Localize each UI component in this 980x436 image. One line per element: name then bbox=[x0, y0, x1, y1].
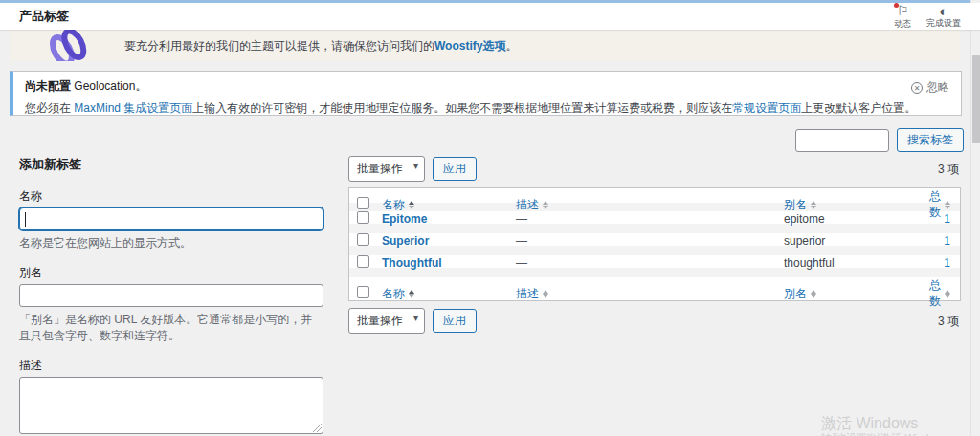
tag-count-link[interactable]: 1 bbox=[929, 212, 960, 226]
activity-button[interactable]: ⚐ 动态 bbox=[894, 4, 911, 29]
table-row: Thoughtful — thoughtful 1 bbox=[349, 255, 960, 277]
chevron-down-icon: ▾ bbox=[413, 161, 418, 171]
sort-icon bbox=[409, 290, 414, 298]
theme-notice: 要充分利用最好的我们的主题可以提供，请确保您访问我们的Woostify选项。 bbox=[10, 30, 960, 61]
row-checkbox[interactable] bbox=[357, 255, 369, 268]
woostify-options-link[interactable]: Woostify选项 bbox=[434, 39, 505, 53]
sort-icon bbox=[945, 201, 950, 209]
item-count: 3 项 bbox=[938, 314, 959, 330]
windows-activation-watermark: 激活 Windows 转到“设置”以激活 Windows。 bbox=[821, 415, 958, 436]
sort-icon bbox=[945, 290, 950, 298]
column-footer-description[interactable]: 描述 bbox=[516, 286, 784, 302]
search-tags-button[interactable]: 搜索标签 bbox=[897, 128, 964, 152]
theme-notice-text: 要充分利用最好的我们的主题可以提供，请确保您访问我们的Woostify选项。 bbox=[124, 38, 517, 54]
resize-handle-icon[interactable] bbox=[313, 424, 322, 432]
tag-description: — bbox=[516, 234, 784, 248]
page-title: 产品标签 bbox=[19, 8, 69, 25]
bulk-actions-bottom: 批量操作▾ 应用 3 项 bbox=[348, 308, 961, 333]
tag-name-link[interactable]: Thoughtful bbox=[382, 256, 516, 270]
geolocation-notice: 尚未配置 Geolocation。 您必须在 MaxMind 集成设置页面上输入… bbox=[10, 71, 962, 116]
tag-description: — bbox=[516, 212, 784, 226]
tag-slug: thoughtful bbox=[784, 256, 929, 270]
table-header-row: 名称 描述 别名 总数 bbox=[349, 188, 960, 211]
sort-icon bbox=[409, 201, 414, 209]
bulk-actions-top: 批量操作▾ 应用 3 项 bbox=[348, 156, 961, 181]
description-textarea[interactable] bbox=[19, 377, 323, 434]
add-tag-title: 添加新标签 bbox=[19, 156, 323, 173]
finish-setup-label: 完成设置 bbox=[926, 18, 961, 28]
add-tag-form: 添加新标签 名称 名称是它在您网站上的显示方式。 别名 「别名」是名称的 URL… bbox=[19, 156, 323, 436]
maxmind-settings-link[interactable]: MaxMind 集成设置页面 bbox=[74, 101, 192, 115]
row-checkbox[interactable] bbox=[357, 233, 369, 246]
activity-label: 动态 bbox=[894, 19, 911, 29]
notification-dot bbox=[894, 3, 899, 8]
slug-help: 「别名」是名称的 URL 友好版本。它通常都是小写的，并且只包含字母、数字和连字… bbox=[19, 312, 323, 344]
tag-description: — bbox=[516, 256, 784, 270]
sort-icon bbox=[543, 201, 548, 209]
select-all-checkbox[interactable] bbox=[357, 197, 369, 209]
slug-input[interactable] bbox=[19, 284, 323, 307]
name-input[interactable] bbox=[19, 207, 323, 230]
select-all-checkbox[interactable] bbox=[357, 286, 369, 298]
admin-header-bar: 产品标签 ⚐ 动态 ◐ 完成设置 bbox=[0, 3, 980, 30]
chevron-down-icon: ▾ bbox=[413, 313, 418, 323]
flag-icon: ⚐ bbox=[897, 4, 909, 19]
finish-setup-button[interactable]: ◐ 完成设置 bbox=[926, 4, 961, 29]
tag-name-link[interactable]: Epitome bbox=[382, 212, 516, 226]
tags-table-section: 批量操作▾ 应用 3 项 名称 描述 别名 总数 Epitome — epito… bbox=[348, 156, 961, 333]
name-label: 名称 bbox=[19, 188, 323, 205]
description-label: 描述 bbox=[19, 358, 323, 374]
column-header-slug[interactable]: 别名 bbox=[784, 197, 929, 213]
general-settings-link[interactable]: 常规设置页面 bbox=[732, 101, 801, 115]
table-row: Superior — superior 1 bbox=[349, 233, 960, 255]
table-row: Epitome — epitome 1 bbox=[349, 211, 960, 233]
woostify-logo-icon bbox=[38, 30, 100, 61]
column-header-name[interactable]: 名称 bbox=[382, 197, 516, 213]
geo-notice-body: 您必须在 MaxMind 集成设置页面上输入有效的许可密钥，才能使用地理定位服务… bbox=[25, 100, 947, 117]
name-help: 名称是它在您网站上的显示方式。 bbox=[19, 235, 323, 251]
column-footer-count[interactable]: 总数 bbox=[929, 277, 960, 310]
tag-count-link[interactable]: 1 bbox=[929, 256, 960, 270]
column-footer-slug[interactable]: 别名 bbox=[784, 286, 929, 302]
dismiss-notice-button[interactable]: ✕ 忽略 bbox=[911, 79, 949, 96]
sort-icon bbox=[811, 290, 816, 298]
apply-button[interactable]: 应用 bbox=[433, 157, 477, 181]
search-row: 搜索标签 bbox=[0, 128, 964, 152]
dismiss-icon: ✕ bbox=[911, 82, 923, 94]
item-count: 3 项 bbox=[938, 162, 959, 178]
table-footer-row: 名称 描述 别名 总数 bbox=[349, 277, 960, 300]
apply-button[interactable]: 应用 bbox=[433, 309, 477, 333]
setup-progress-icon: ◐ bbox=[939, 4, 947, 18]
tags-table: 名称 描述 别名 总数 Epitome — epitome 1 Superior… bbox=[348, 187, 961, 301]
text-caret bbox=[25, 212, 26, 227]
column-header-description[interactable]: 描述 bbox=[516, 197, 784, 213]
geo-notice-title: 尚未配置 Geolocation。 bbox=[25, 78, 947, 95]
row-checkbox[interactable] bbox=[357, 211, 369, 224]
column-footer-name[interactable]: 名称 bbox=[382, 286, 516, 302]
sort-icon bbox=[543, 290, 548, 298]
vertical-scrollbar[interactable] bbox=[970, 0, 980, 436]
slug-label: 别名 bbox=[19, 265, 323, 281]
search-input[interactable] bbox=[795, 129, 889, 152]
bulk-actions-select[interactable]: 批量操作▾ bbox=[348, 156, 425, 182]
tag-slug: epitome bbox=[784, 212, 929, 226]
sort-icon bbox=[811, 201, 816, 209]
scrollbar-thumb[interactable] bbox=[972, 55, 980, 143]
tag-count-link[interactable]: 1 bbox=[929, 234, 960, 248]
tag-name-link[interactable]: Superior bbox=[382, 234, 516, 248]
bulk-actions-select[interactable]: 批量操作▾ bbox=[348, 308, 425, 334]
tag-slug: superior bbox=[784, 234, 929, 248]
